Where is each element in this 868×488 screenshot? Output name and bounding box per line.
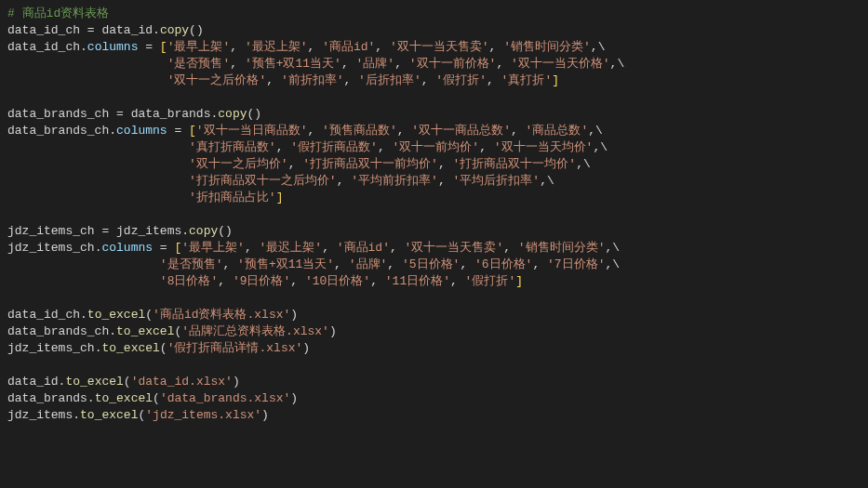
code-token: '最早上架' <box>167 40 231 54</box>
code-token: . <box>80 40 87 54</box>
code-token: [ <box>160 40 167 54</box>
code-token: columns <box>87 40 139 54</box>
code-comment: # 商品id资料表格 <box>7 7 109 20</box>
code-token: data_id <box>95 23 153 37</box>
code-token: jdz_items_ch <box>7 224 101 238</box>
code-token: copy <box>160 23 189 37</box>
code-editor[interactable]: # 商品id资料表格 data_id_ch = data_id.copy() d… <box>0 0 868 429</box>
code-token: data_id_ch <box>7 23 87 37</box>
code-token: . <box>153 23 160 37</box>
code-token: () <box>189 23 204 37</box>
code-token: = <box>87 23 95 37</box>
code-token: = <box>138 40 159 54</box>
code-token: data_brands_ch <box>7 107 116 121</box>
code-token: data_id_ch <box>7 40 80 54</box>
